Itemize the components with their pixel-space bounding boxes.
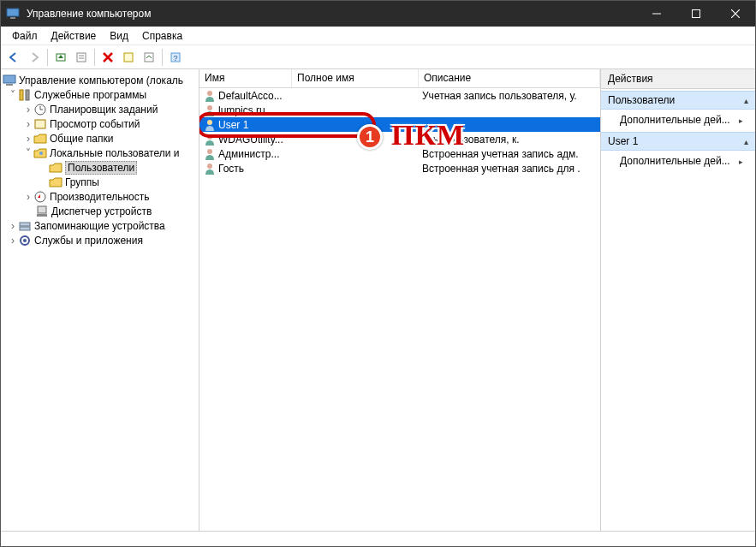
- tree-pane[interactable]: Управление компьютером (локаль ˅ Служебн…: [1, 69, 199, 531]
- folder-share-icon: [33, 132, 47, 146]
- svg-rect-7: [77, 53, 86, 62]
- table-row[interactable]: DefaultAcco... Учетная запись пользовате…: [199, 88, 600, 103]
- cell-name: User 1: [218, 119, 248, 131]
- actions-pane: Действия Пользователи Дополнительные дей…: [601, 69, 755, 531]
- action-link-label: Дополнительные дей...: [620, 155, 730, 167]
- tree-shared-folders[interactable]: › Общие папки: [1, 131, 199, 146]
- minimize-button[interactable]: [637, 1, 676, 27]
- actions-title: Действия: [601, 69, 755, 89]
- tree-label: Пользователи: [65, 161, 137, 175]
- back-button[interactable]: [4, 48, 23, 67]
- tree-label: Просмотр событий: [50, 118, 140, 130]
- menubar: Файл Действие Вид Справка: [1, 27, 755, 45]
- tree-local-users[interactable]: ˅ Локальные пользователи и: [1, 146, 199, 160]
- menu-action[interactable]: Действие: [45, 28, 103, 44]
- svg-rect-28: [20, 223, 30, 226]
- svg-point-33: [207, 105, 212, 110]
- svg-rect-29: [20, 227, 30, 230]
- svg-point-32: [207, 91, 212, 96]
- device-icon: [35, 205, 49, 218]
- svg-point-37: [207, 164, 212, 169]
- expand-icon[interactable]: ˅: [23, 147, 33, 159]
- properties-button[interactable]: [72, 48, 91, 67]
- cell-name: WDAGUtility...: [218, 134, 283, 146]
- tree-root[interactable]: Управление компьютером (локаль: [1, 73, 199, 87]
- user-icon: [203, 162, 217, 175]
- action-more-2[interactable]: Дополнительные дей...: [601, 151, 755, 171]
- action-group-user1[interactable]: User 1: [601, 132, 755, 151]
- svg-text:?: ?: [173, 54, 177, 62]
- users-folder-icon: [33, 146, 47, 160]
- folder-icon: [49, 161, 63, 175]
- expand-icon[interactable]: ›: [23, 118, 33, 130]
- user-icon: [203, 133, 217, 146]
- svg-rect-23: [35, 120, 45, 128]
- svg-point-35: [207, 134, 212, 140]
- cell-name: Гость: [218, 163, 244, 175]
- expand-icon[interactable]: ›: [23, 104, 33, 116]
- separator: [47, 49, 48, 66]
- svg-rect-13: [145, 53, 153, 62]
- tree-device-manager[interactable]: Диспетчер устройств: [1, 204, 199, 218]
- list-rows[interactable]: DefaultAcco... Учетная запись пользовате…: [199, 88, 600, 531]
- col-full[interactable]: Полное имя: [292, 69, 419, 87]
- col-name[interactable]: Имя: [199, 69, 292, 87]
- expand-icon[interactable]: ˅: [8, 89, 18, 101]
- maximize-button[interactable]: [676, 1, 716, 27]
- tree-label: Управление компьютером (локаль: [19, 74, 183, 86]
- expand-icon[interactable]: ›: [23, 191, 33, 203]
- svg-point-36: [207, 149, 212, 154]
- svg-rect-0: [7, 9, 19, 16]
- action-group-users[interactable]: Пользователи: [601, 91, 755, 110]
- svg-point-24: [39, 152, 43, 155]
- table-row[interactable]: lumpics.ru: [199, 103, 600, 117]
- services-icon: [18, 234, 32, 247]
- tree-performance[interactable]: › Производительность: [1, 189, 199, 204]
- tree-services[interactable]: › Службы и приложения: [1, 233, 199, 247]
- forward-button[interactable]: [25, 48, 44, 67]
- tree-groups[interactable]: Группы: [1, 175, 199, 189]
- menu-help[interactable]: Справка: [136, 28, 188, 44]
- svg-rect-17: [6, 84, 13, 86]
- tree-label: Запоминающие устройства: [34, 220, 165, 232]
- up-button[interactable]: [51, 48, 70, 67]
- menu-view[interactable]: Вид: [104, 28, 134, 44]
- svg-rect-18: [20, 90, 23, 100]
- tree-system-tools[interactable]: ˅ Служебные программы: [1, 87, 199, 102]
- expand-icon[interactable]: ›: [8, 220, 18, 232]
- chevron-up-icon: [744, 94, 748, 106]
- user-icon: [203, 104, 217, 117]
- tree-storage[interactable]: › Запоминающие устройства: [1, 218, 199, 233]
- svg-rect-19: [26, 90, 29, 100]
- action-more-1[interactable]: Дополнительные дей...: [601, 110, 755, 130]
- user-icon: [203, 147, 217, 161]
- cell-desc: Учетная запись пользователя, у.: [419, 90, 600, 102]
- chevron-up-icon: [744, 135, 748, 147]
- svg-rect-12: [124, 53, 133, 62]
- window-title: Управление компьютером: [27, 8, 637, 20]
- chevron-right-icon: [739, 114, 743, 126]
- svg-rect-16: [3, 75, 15, 83]
- status-bar: [1, 531, 755, 546]
- action-group-label: Пользователи: [608, 94, 675, 106]
- expand-icon[interactable]: ›: [8, 235, 18, 247]
- delete-button[interactable]: [98, 48, 117, 67]
- help-button[interactable]: ?: [166, 48, 185, 67]
- app-icon: [6, 7, 20, 21]
- expand-icon[interactable]: ›: [23, 133, 33, 145]
- toolbar: ?: [1, 45, 755, 69]
- annotation-number: 1: [357, 124, 383, 150]
- refresh-button[interactable]: [119, 48, 138, 67]
- tree-users[interactable]: Пользователи: [1, 160, 199, 175]
- tree-task-scheduler[interactable]: › Планировщик заданий: [1, 102, 199, 116]
- export-button[interactable]: [140, 48, 158, 67]
- storage-icon: [18, 219, 32, 233]
- tree-event-viewer[interactable]: › Просмотр событий: [1, 116, 199, 131]
- col-desc[interactable]: Описание: [419, 69, 600, 87]
- table-row[interactable]: Гость Встроенная учетная запись для .: [199, 161, 600, 175]
- svg-rect-27: [37, 214, 47, 217]
- action-group-label: User 1: [608, 135, 638, 147]
- titlebar[interactable]: Управление компьютером: [1, 1, 755, 27]
- menu-file[interactable]: Файл: [6, 28, 44, 44]
- close-button[interactable]: [716, 1, 755, 27]
